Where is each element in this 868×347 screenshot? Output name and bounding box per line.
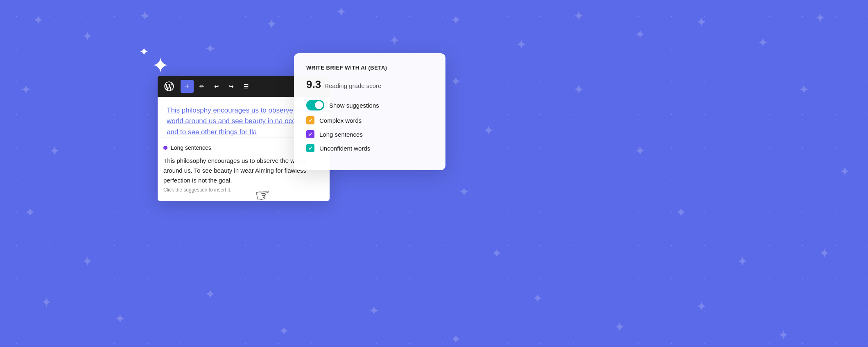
add-block-button[interactable]: + xyxy=(181,80,194,93)
deco-star: ✦ xyxy=(778,327,789,343)
deco-star: ✦ xyxy=(49,143,60,159)
deco-star: ✦ xyxy=(696,299,707,314)
deco-star: ✦ xyxy=(516,37,527,52)
deco-star: ✦ xyxy=(483,123,494,138)
unconfident-words-label: Unconfident words xyxy=(319,145,370,152)
sparkle-main: ✦ xyxy=(151,53,170,78)
deco-star: ✦ xyxy=(205,286,216,302)
show-suggestions-row: Show suggestions xyxy=(306,100,433,110)
deco-star: ✦ xyxy=(336,4,347,20)
toggle-thumb xyxy=(315,101,323,109)
deco-star: ✦ xyxy=(459,184,470,200)
suggestion-dot xyxy=(163,146,167,150)
deco-star: ✦ xyxy=(139,8,150,24)
checkmark-icon: ✓ xyxy=(308,132,313,137)
unconfident-words-checkbox[interactable]: ✓ xyxy=(306,144,314,152)
show-suggestions-label: Show suggestions xyxy=(329,102,379,109)
undo-button[interactable]: ↩ xyxy=(210,80,223,93)
deco-star: ✦ xyxy=(33,12,44,28)
deco-star: ✦ xyxy=(41,295,52,310)
deco-star: ✦ xyxy=(573,8,584,24)
deco-star: ✦ xyxy=(573,82,584,97)
show-suggestions-toggle[interactable] xyxy=(306,100,324,110)
deco-star: ✦ xyxy=(368,303,380,318)
plus-icon: + xyxy=(185,82,190,91)
deco-star: ✦ xyxy=(798,82,809,97)
deco-star: ✦ xyxy=(450,331,461,347)
click-hint-text: Click the suggestion to insert it. xyxy=(163,185,324,195)
deco-star: ✦ xyxy=(614,319,625,335)
pencil-icon: ✏ xyxy=(199,83,204,90)
long-sentences-label: Long sentences xyxy=(319,131,363,138)
deco-star: ✦ xyxy=(635,27,646,42)
edit-button[interactable]: ✏ xyxy=(195,80,208,93)
reading-score-row: 9.3 Reading grade score xyxy=(306,78,433,91)
complex-words-checkbox[interactable]: ✓ xyxy=(306,116,314,124)
deco-star: ✦ xyxy=(676,205,687,220)
reading-score-number: 9.3 xyxy=(306,78,321,91)
suggestion-label: Long sentences xyxy=(171,144,211,151)
deco-star: ✦ xyxy=(25,205,36,220)
deco-star: ✦ xyxy=(389,33,400,48)
cursor-icon: ☞ xyxy=(253,184,293,322)
deco-star: ✦ xyxy=(115,311,126,327)
deco-star: ✦ xyxy=(266,16,277,32)
checkmark-icon: ✓ xyxy=(308,118,313,123)
deco-star: ✦ xyxy=(450,74,461,89)
sparkle-small-1: ✦ xyxy=(139,45,149,59)
list-icon: ☰ xyxy=(244,83,249,90)
list-view-button[interactable]: ☰ xyxy=(240,80,253,93)
deco-star: ✦ xyxy=(205,41,216,56)
checkmark-icon: ✓ xyxy=(308,146,313,151)
complex-words-row: ✓ Complex words xyxy=(306,116,433,124)
deco-star: ✦ xyxy=(20,82,32,97)
deco-star: ✦ xyxy=(491,246,502,261)
deco-star: ✦ xyxy=(819,246,830,261)
deco-star: ✦ xyxy=(278,323,289,339)
wordpress-logo xyxy=(162,79,176,94)
deco-star: ✦ xyxy=(815,10,826,26)
deco-star: ✦ xyxy=(737,254,748,269)
deco-star: ✦ xyxy=(82,29,93,44)
complex-words-label: Complex words xyxy=(319,117,362,124)
redo-button[interactable]: ↪ xyxy=(225,80,238,93)
long-sentences-row: ✓ Long sentences xyxy=(306,130,433,138)
unconfident-words-row: ✓ Unconfident words xyxy=(306,144,433,152)
long-sentences-checkbox[interactable]: ✓ xyxy=(306,130,314,138)
deco-star: ✦ xyxy=(757,35,769,50)
deco-star: ✦ xyxy=(82,254,93,269)
reading-score-label: Reading grade score xyxy=(324,82,381,89)
deco-star: ✦ xyxy=(635,143,646,159)
deco-star: ✦ xyxy=(450,12,461,28)
deco-star: ✦ xyxy=(532,291,543,306)
ai-panel-title: WRITE BRIEF WITH AI (BETA) xyxy=(306,65,433,71)
deco-star: ✦ xyxy=(696,14,707,30)
background-stars xyxy=(0,0,868,347)
undo-icon: ↩ xyxy=(214,83,219,90)
deco-star: ✦ xyxy=(839,164,850,179)
redo-icon: ↪ xyxy=(229,83,234,90)
ai-panel: WRITE BRIEF WITH AI (BETA) 9.3 Reading g… xyxy=(294,53,445,170)
